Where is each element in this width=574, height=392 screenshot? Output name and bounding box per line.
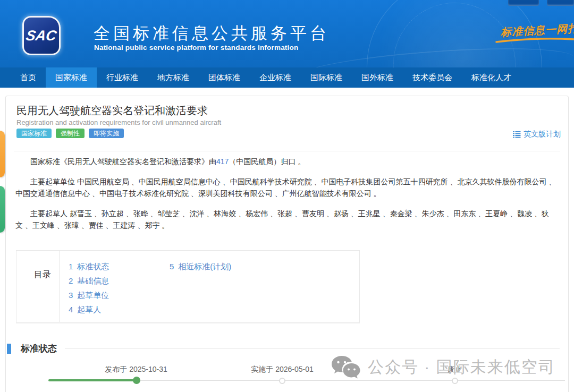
nav-item-home[interactable]: 首页 — [11, 67, 46, 88]
status-section-header: 标准状态 — [7, 343, 560, 355]
site-title: 全国标准信息公共服务平台 — [94, 22, 330, 45]
toc-item-drafters[interactable]: 4起草人 — [69, 302, 170, 317]
tagline-underline-swoosh — [495, 35, 574, 45]
title-divider — [14, 151, 560, 151]
paragraph1-suffix: （中国民航局）归口 。 — [229, 157, 305, 166]
timeline-point-published — [133, 377, 140, 384]
tag-national-standard: 国家标准 — [16, 129, 52, 138]
sac-logo-text: SAC — [25, 28, 58, 44]
section-header-rule — [65, 348, 560, 349]
toc-item-drafting-units[interactable]: 3起草单位 — [69, 288, 170, 302]
toc-column-2: 5相近标准(计划) — [170, 259, 231, 322]
nav-item-enterprise-standards[interactable]: 企业标准 — [250, 67, 301, 88]
nav-item-national-standards[interactable]: 国家标准 — [46, 67, 97, 88]
toc-item-number: 1 — [69, 262, 73, 271]
timeline-label-abolished: 废止 — [448, 365, 462, 374]
toc-item-number: 2 — [69, 276, 73, 285]
page-title: 民用无人驾驶航空器实名登记和激活要求 — [16, 104, 208, 118]
nav-item-foreign-standards[interactable]: 国外标准 — [352, 67, 403, 88]
topbar-button-1[interactable] — [508, 0, 539, 6]
english-plan-label: 英文版计划 — [524, 130, 561, 139]
tag-mandatory: 强制性 — [56, 129, 85, 138]
toc-item-label: 起草单位 — [77, 291, 109, 300]
standard-detail-card: 民用无人驾驶航空器实名登记和激活要求 Registration and acti… — [5, 96, 569, 392]
section-accent-bar — [7, 344, 11, 354]
paragraph1-prefix: 国家标准《民用无人驾驶航空器实名登记和激活要求》由 — [30, 157, 216, 166]
english-plan-link[interactable]: 英文版计划 — [513, 130, 561, 139]
sac-logo[interactable]: SAC — [22, 16, 61, 55]
toc-item-number: 3 — [69, 291, 73, 300]
main-nav: 首页 国家标准 行业标准 地方标准 团体标准 企业标准 国际标准 国外标准 技术… — [0, 67, 574, 88]
floating-widget-orange[interactable] — [0, 131, 5, 177]
toc-item-number: 5 — [170, 262, 174, 271]
nav-item-industry-standards[interactable]: 行业标准 — [97, 67, 148, 88]
table-of-contents: 目录 1标准状态 2基础信息 3起草单位 4起草人 5相近标准(计划) — [16, 250, 360, 323]
toc-item-number: 4 — [69, 305, 73, 314]
timeline-label-published: 发布于 2025-10-31 — [105, 365, 167, 374]
topbar-button-2[interactable] — [547, 0, 574, 6]
nav-item-technical-committee[interactable]: 技术委员会 — [403, 67, 462, 88]
toc-item-basic-info[interactable]: 2基础信息 — [69, 274, 170, 288]
toc-label: 目录 — [16, 251, 60, 322]
tc-417-link[interactable]: 417 — [216, 157, 229, 166]
status-section-title: 标准状态 — [21, 343, 57, 355]
toc-item-label: 标准状态 — [77, 262, 109, 271]
summary-paragraphs: 国家标准《民用无人驾驶航空器实名登记和激活要求》由417（中国民航局）归口 。 … — [15, 156, 556, 240]
toc-item-similar-standards[interactable]: 5相近标准(计划) — [170, 259, 231, 274]
site-subtitle: National public service platform for sta… — [94, 44, 298, 52]
nav-item-local-standards[interactable]: 地方标准 — [148, 67, 199, 88]
list-icon — [513, 131, 521, 138]
timeline-point-abolished — [452, 378, 458, 384]
tag-row: 国家标准 强制性 即将实施 — [16, 129, 124, 138]
paragraph-centralized-by: 国家标准《民用无人驾驶航空器实名登记和激活要求》由417（中国民航局）归口 。 — [15, 156, 556, 167]
tag-upcoming: 即将实施 — [89, 129, 124, 138]
toc-column-1: 1标准状态 2基础信息 3起草单位 4起草人 — [69, 259, 170, 322]
toc-item-standard-status[interactable]: 1标准状态 — [69, 259, 170, 274]
nav-item-group-standards[interactable]: 团体标准 — [199, 67, 250, 88]
page-title-english: Registration and activation requirements… — [16, 118, 221, 126]
site-header: SAC 全国标准信息公共服务平台 National public service… — [0, 0, 574, 67]
nav-item-standardization-talent[interactable]: 标准化人才 — [462, 67, 521, 88]
toc-item-label: 起草人 — [77, 305, 101, 314]
toc-item-label: 基础信息 — [77, 276, 109, 285]
floating-widget-green[interactable] — [0, 186, 5, 233]
timeline-remaining-line — [137, 380, 565, 381]
nav-item-international-standards[interactable]: 国际标准 — [301, 67, 352, 88]
paragraph-drafting-units: 主要起草单位 中国民用航空局 、中国民用航空局信息中心 、中国民航科学技术研究院… — [15, 176, 556, 199]
toc-item-label: 相近标准(计划) — [178, 262, 231, 271]
timeline-progress-line — [48, 379, 137, 381]
timeline-point-effective — [279, 378, 285, 384]
paragraph-drafters: 主要起草人 赵晋玉 、孙立超 、张晔 、邹莹芝 、沈洋 、林海姣 、杨宏伟 、张… — [15, 208, 556, 231]
timeline-label-effective: 实施于 2026-05-01 — [251, 365, 314, 374]
